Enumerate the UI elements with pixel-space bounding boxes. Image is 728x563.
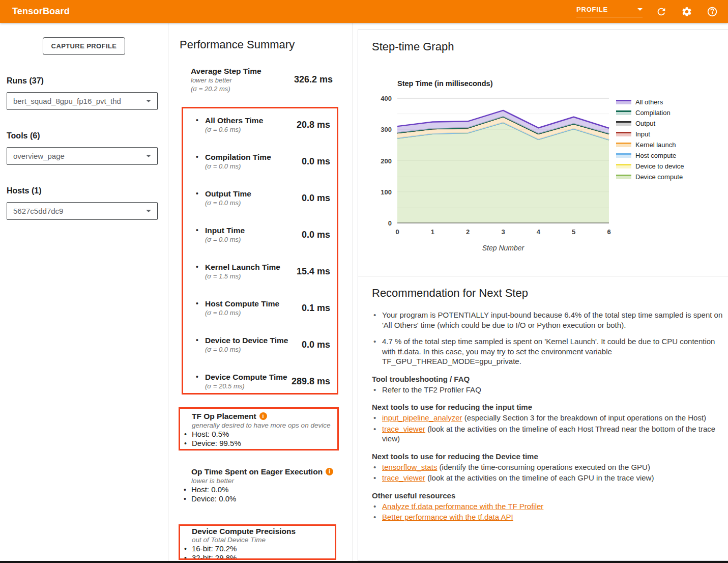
stat-item: Device: 0.0% [184,494,346,503]
recommendation-section: Recommendation for Next Step Your progra… [372,287,723,523]
bullet-icon: • [196,335,205,345]
metric-label: Device to Device Time [205,335,288,345]
legend-swatch [616,153,631,158]
legend-item: Device to device [616,161,684,172]
performance-summary-panel: Performance Summary Average Step Time lo… [168,23,353,561]
annotation-box-2: TF Op Placement i generally desired to h… [179,407,339,451]
legend-label: Device to device [635,162,684,170]
svg-text:1: 1 [431,228,434,236]
recommendation-item: tensorflow_stats (identify the time-cons… [372,462,723,472]
help-button[interactable] [706,5,719,18]
bullet-icon: • [196,152,205,162]
hosts-select-value: 5627c5dd7dc9 [13,207,63,215]
tools-select-group: Tools (6)overview_page [7,131,158,165]
average-step-time-sigma: (σ = 20.2 ms) [191,85,261,93]
recommendation-subsection: Tool troubleshooting / FAQRefer to the T… [372,375,723,395]
info-icon[interactable]: i [326,468,333,475]
settings-button[interactable] [680,5,693,18]
metric-text: Output Time(σ = 0.0 ms) [205,189,251,207]
legend-label: Kernel launch [635,141,676,149]
tool-link[interactable]: Analyze tf.data performance with the TF … [382,502,543,511]
metric-label: Input Time [205,226,245,235]
recommendation-subsection: Next tools to use for reducing the Devic… [372,452,723,483]
step-time-graph-title: Step-time Graph [372,40,454,53]
average-step-time: Average Step Time lower is better (σ = 2… [191,66,333,93]
legend-swatch [616,164,631,168]
recommendation-item: trace_viewer (look at the activities on … [372,473,723,483]
bullet-icon: • [196,262,205,272]
recommendation-subheading: Next tools to use for reducing the Devic… [372,452,723,461]
capture-profile-button[interactable]: CAPTURE PROFILE [43,37,126,55]
legend-label: All others [635,98,663,106]
svg-text:2: 2 [466,228,470,236]
annotation-box-3: Device Compute Precisions out of Total D… [179,524,336,560]
metric-label: All Others Time [205,116,263,125]
metric-sigma: (σ = 0.0 ms) [205,235,245,244]
tool-link[interactable]: tensorflow_stats [382,463,437,471]
tools-select[interactable]: overview_page [7,147,158,165]
runs-select[interactable]: bert_squad_8gpu_fp16_pvt_thd [7,92,158,110]
recommendation-item-text: (especially Section 3 for the breakdown … [462,413,706,422]
legend-swatch [616,132,631,136]
metric-item: •Device to Device Time(σ = 0.0 ms)0.0 ms [183,335,330,354]
recommendation-subsection: Next tools to use for reducing the input… [372,403,723,444]
svg-text:6: 6 [607,228,610,236]
bullet-icon: • [196,116,205,125]
bullet-icon: • [196,299,205,308]
tools-select-value: overview_page [13,152,65,160]
recommendation-subheading: Next tools to use for reducing the input… [372,403,723,411]
metric-sigma: (σ = 0.0 ms) [205,162,271,171]
metric-text: Kernel Launch Time(σ = 1.5 ms) [205,262,280,280]
recommendation-subsection: Other useful resourcesAnalyze tf.data pe… [372,491,723,522]
svg-text:0: 0 [388,219,392,227]
metric-value: 0.0 ms [298,340,330,350]
metric-text: All Others Time(σ = 0.6 ms) [205,116,263,134]
chart-legend: All othersCompilationOutputInputKernel l… [616,97,684,182]
dashboard-selector[interactable]: PROFILE [576,6,643,17]
svg-text:3: 3 [501,228,505,236]
recommendation-subsections: Tool troubleshooting / FAQRefer to the T… [372,375,723,522]
svg-text:300: 300 [381,126,392,133]
legend-item: Device compute [616,172,684,182]
bullet-icon: • [196,372,205,382]
legend-swatch [616,143,631,147]
stat-item: Host: 0.5% [180,430,337,439]
info-icon[interactable]: i [259,412,267,420]
svg-text:4: 4 [537,228,541,236]
recommendation-item-list: Analyze tf.data performance with the TF … [372,501,723,522]
chevron-down-icon [637,8,643,11]
hosts-select[interactable]: 5627c5dd7dc9 [7,202,158,220]
recommendation-item-list: input_pipeline_analyzer (especially Sect… [372,413,723,444]
step-time-card: Step-time Graph Step Time (in millisecon… [358,30,728,561]
refresh-icon [656,6,667,17]
eager-execution-note: lower is better [184,476,346,485]
tool-link[interactable]: trace_viewer [382,473,425,482]
legend-swatch [616,121,631,126]
device-precisions-note: out of Total Device Time [180,536,335,544]
bullet-icon: • [196,189,205,199]
metric-value: 289.8 ms [287,376,330,387]
metric-sigma: (σ = 0.0 ms) [205,199,251,207]
metric-sigma: (σ = 0.6 ms) [205,125,263,134]
tool-link[interactable]: trace_viewer [382,425,425,433]
metric-text: Host Compute Time(σ = 0.0 ms) [205,299,279,317]
legend-item: Output [616,118,684,129]
dashboard-selector-value: PROFILE [576,6,608,13]
legend-label: Host compute [635,152,676,159]
legend-item: Host compute [616,150,684,161]
chevron-down-icon [146,210,151,212]
app-header: TensorBoard PROFILE [0,0,728,23]
tool-link[interactable]: input_pipeline_analyzer [382,413,462,422]
runs-select-value: bert_squad_8gpu_fp16_pvt_thd [13,97,121,105]
metric-label: Compilation Time [205,152,271,162]
legend-label: Output [635,120,655,127]
recommendation-bullet: Your program is POTENTIALLY input-bound … [372,310,723,330]
tool-link[interactable]: Better performance with the tf.data API [382,513,513,521]
recommendation-item-text: (look at the activities on the timeline … [425,473,654,482]
tf-op-placement-note: generally desired to have more ops on de… [180,421,337,430]
metric-item: •Input Time(σ = 0.0 ms)0.0 ms [183,226,330,244]
eager-execution-title: Op Time Spent on Eager Execution [191,467,323,476]
header-controls: PROFILE [576,5,728,18]
window-bottom-edge [0,561,728,563]
refresh-button[interactable] [655,5,668,18]
